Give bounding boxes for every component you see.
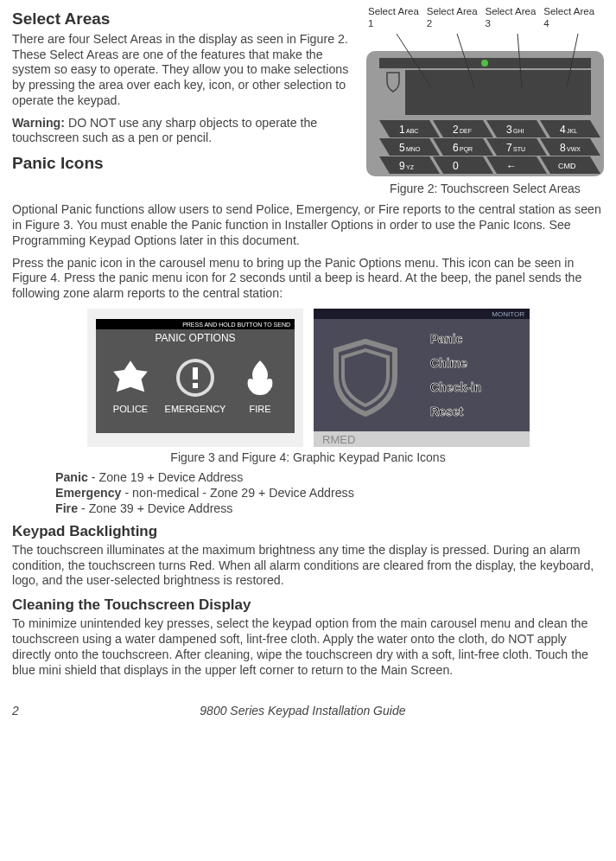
svg-text:CMD: CMD: [558, 162, 576, 170]
svg-text:GHI: GHI: [513, 128, 524, 134]
svg-rect-3: [405, 70, 591, 115]
zone-panic: Panic - Zone 19 + Device Address: [55, 470, 604, 486]
figure-3: PRESS AND HOLD BUTTON TO SEND PANIC OPTI…: [87, 309, 303, 447]
svg-rect-47: [193, 383, 198, 388]
paragraph-panic-2: Press the panic icon in the carousel men…: [12, 256, 604, 302]
figure-4: MONITOR Panic Chime Check-in Reset RMED: [314, 309, 530, 447]
fig3-btn-police: POLICE: [112, 404, 147, 414]
svg-marker-17: [433, 156, 493, 174]
heading-cleaning: Cleaning the Touchscreen Display: [12, 596, 604, 614]
figure-2: Select Area 1 Select Area 2 Select Area …: [366, 5, 604, 196]
fig3-topbar: PRESS AND HOLD BUTTON TO SEND: [182, 322, 290, 328]
svg-text:3: 3: [506, 124, 512, 136]
fig4-topright: MONITOR: [492, 310, 524, 318]
select-area-label-4: Select Area 4: [543, 5, 602, 30]
svg-text:6: 6: [453, 142, 459, 154]
svg-text:MNO: MNO: [406, 146, 421, 152]
svg-point-2: [481, 60, 488, 67]
svg-text:VWX: VWX: [567, 146, 581, 152]
svg-text:STU: STU: [513, 146, 525, 152]
footer: 2 9800 Series Keypad Installation Guide: [12, 704, 604, 719]
fig4-corner: RMED: [322, 433, 355, 446]
fig4-menu-chime: Chime: [430, 356, 467, 370]
fig4-menu-reset: Reset: [430, 405, 463, 418]
fig4-menu-checkin: Check-in: [430, 380, 481, 394]
page-number: 2: [12, 704, 19, 719]
svg-text:2: 2: [453, 124, 459, 136]
svg-text:4: 4: [560, 124, 566, 136]
svg-text:9: 9: [399, 160, 405, 172]
svg-text:PQR: PQR: [460, 146, 473, 153]
svg-marker-18: [486, 156, 547, 174]
footer-title: 9800 Series Keypad Installation Guide: [19, 704, 587, 719]
figure-3-4-caption: Figure 3 and Figure 4: Graphic Keypad Pa…: [12, 450, 604, 466]
svg-text:YZ: YZ: [406, 164, 415, 170]
fig3-title: PANIC OPTIONS: [155, 332, 235, 344]
select-area-label-1: Select Area 1: [368, 5, 427, 30]
svg-text:1: 1: [399, 124, 405, 136]
fig3-btn-fire: FIRE: [249, 404, 270, 414]
svg-rect-50: [314, 319, 530, 431]
select-area-label-2: Select Area 2: [427, 5, 486, 30]
zone-fire: Fire - Zone 39 + Device Address: [55, 501, 604, 517]
paragraph-cleaning: To minimize unintended key presses, sele…: [12, 616, 604, 678]
paragraph-backlight: The touchscreen illuminates at the maxim…: [12, 543, 604, 589]
heading-backlight: Keypad Backlighting: [12, 522, 604, 540]
svg-text:7: 7: [506, 142, 512, 154]
svg-text:0: 0: [453, 160, 459, 172]
svg-text:DEF: DEF: [460, 128, 472, 134]
warning-label: Warning:: [12, 116, 65, 130]
select-area-label-3: Select Area 3: [486, 5, 544, 30]
svg-text:←: ←: [506, 160, 517, 172]
svg-text:8: 8: [560, 142, 566, 154]
paragraph-panic-1: Optional Panic functions allow users to …: [12, 202, 604, 248]
zone-emergency: Emergency - non-medical - Zone 29 + Devi…: [55, 486, 604, 501]
svg-text:5: 5: [399, 142, 405, 154]
svg-text:JKL: JKL: [567, 128, 577, 134]
svg-text:ABC: ABC: [406, 128, 418, 134]
fig3-btn-emergency: EMERGENCY: [164, 404, 226, 414]
fig4-menu-panic: Panic: [430, 332, 463, 346]
figure-2-caption: Figure 2: Touchscreen Select Areas: [366, 182, 604, 197]
svg-rect-46: [193, 367, 198, 379]
